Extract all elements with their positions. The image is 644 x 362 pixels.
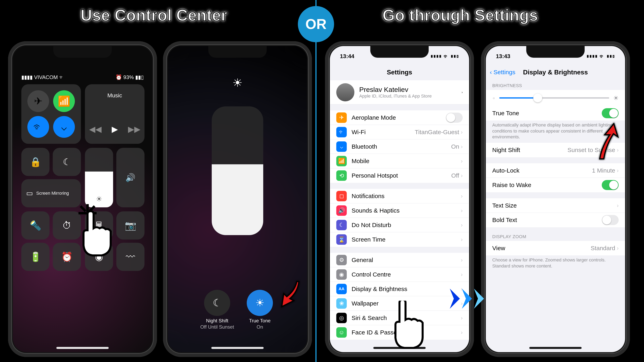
apple-id-row[interactable]: Preslav Kateliev Apple ID, iCloud, iTune…: [330, 80, 469, 104]
sound-icon: 〰: [126, 251, 135, 262]
brightness-fill: [212, 164, 263, 235]
row-label: Mobile: [352, 158, 461, 164]
row-icon: 📶: [336, 156, 347, 166]
row-icon: ⟲: [336, 170, 347, 181]
row-icon: ◻: [336, 191, 347, 201]
night-shift-row[interactable]: Night Shift Sunset to Sunrise ›: [486, 143, 625, 157]
music-play-icon[interactable]: ▶: [112, 124, 118, 134]
settings-row-control-centre[interactable]: ◉Control Centre›: [330, 267, 469, 282]
music-title: Music: [85, 92, 144, 99]
screen-mirroring-tile[interactable]: ▭ Screen Mirroring: [21, 179, 81, 207]
chevron-icon: ›: [462, 90, 463, 94]
do-not-disturb-tile[interactable]: ☾: [53, 148, 81, 176]
night-shift-button[interactable]: ☾: [204, 290, 230, 316]
true-tone-row[interactable]: True Tone: [486, 106, 625, 120]
settings-row-personal-hotspot[interactable]: ⟲Personal HotspotOff›: [330, 168, 469, 183]
row-icon: ᯤ: [336, 127, 347, 137]
volume-slider[interactable]: 🔊: [116, 148, 144, 207]
bold-toggle[interactable]: [602, 215, 619, 225]
brightness-slider[interactable]: ☀: [85, 148, 113, 207]
or-badge: OR: [298, 6, 334, 42]
flashlight-tile[interactable]: 🔦: [21, 211, 50, 240]
hearing-tile[interactable]: 〰: [116, 243, 144, 271]
settings-row-bluetooth[interactable]: ⌵BluetoothOn›: [330, 139, 469, 154]
row-icon: ⌵: [336, 141, 347, 152]
row-toggle[interactable]: [446, 113, 463, 123]
airplane-icon: ✈: [34, 95, 42, 107]
raise-toggle[interactable]: [602, 180, 619, 190]
screen-record-tile[interactable]: ◉: [85, 243, 113, 271]
slider-knob[interactable]: [533, 93, 542, 102]
alarm-tile[interactable]: ⏰: [53, 243, 81, 271]
true-tone-button[interactable]: ☀: [247, 290, 273, 316]
orientation-lock-tile[interactable]: 🔒: [21, 148, 50, 176]
music-pod[interactable]: Music ◀◀ ▶ ▶▶: [85, 84, 144, 144]
battery-icon: 🔋: [30, 251, 41, 262]
row-value: On: [451, 143, 459, 150]
row-label: Wallpaper: [352, 300, 461, 307]
low-power-tile[interactable]: 🔋: [21, 243, 50, 271]
camera-tile[interactable]: 📷: [116, 211, 144, 240]
back-button[interactable]: ‹ Settings: [490, 69, 516, 76]
wifi-toggle[interactable]: ᯤ: [27, 116, 49, 138]
raise-to-wake-row[interactable]: Raise to Wake: [486, 178, 625, 192]
moon-icon: ☾: [63, 156, 71, 167]
sun-small-icon: ☼: [492, 96, 495, 100]
bluetooth-icon: ⌵: [61, 121, 67, 133]
orientation-lock-icon: 🔒: [30, 156, 41, 167]
screen-mirroring-label: Screen Mirroring: [36, 191, 69, 196]
bluetooth-toggle[interactable]: ⌵: [53, 116, 75, 138]
settings-row-aeroplane-mode[interactable]: ✈Aeroplane Mode: [330, 110, 469, 125]
settings-row-sounds-haptics[interactable]: 🔊Sounds & Haptics›: [330, 203, 469, 218]
record-icon: ◉: [95, 251, 103, 262]
chevron-icon: ›: [461, 236, 463, 243]
settings-row-general[interactable]: ⚙General›: [330, 253, 469, 267]
chevron-icon: ›: [461, 158, 463, 164]
phone-brightness-expanded: ☀ ☾ ☀ Night Shift Off Until Sunset True …: [163, 41, 312, 357]
airplane-toggle[interactable]: ✈: [27, 90, 49, 112]
music-next-icon[interactable]: ▶▶: [128, 124, 140, 134]
chevron-icon: ›: [461, 271, 463, 278]
row-label: Screen Time: [352, 236, 461, 243]
settings-row-do-not-disturb[interactable]: ☾Do Not Disturb›: [330, 218, 469, 232]
settings-row-siri-search[interactable]: ◎Siri & Search›: [330, 311, 469, 325]
settings-row-wi-fi[interactable]: ᯤWi-FiTitanGate-Guest›: [330, 125, 469, 139]
row-label: Siri & Search: [352, 315, 461, 321]
row-label: Face ID & Passcode: [352, 329, 461, 336]
brightness-slider-large[interactable]: [212, 106, 263, 235]
connectivity-pod[interactable]: ✈ 📶 ᯤ ⌵: [21, 84, 81, 144]
status-time: 13:44: [340, 53, 354, 59]
notch: [370, 46, 429, 58]
auto-lock-row[interactable]: Auto-Lock 1 Minute ›: [486, 163, 625, 178]
status-icons: ▮▮▮▮ ᯤ ▮▮▯: [430, 53, 459, 60]
divider: [315, 0, 316, 362]
settings-row-mobile[interactable]: 📶Mobile›: [330, 154, 469, 168]
chevron-icon: ›: [617, 147, 619, 153]
settings-row-notifications[interactable]: ◻Notifications›: [330, 189, 469, 203]
flashlight-icon: 🔦: [30, 220, 41, 231]
timer-tile[interactable]: ⏱: [53, 211, 81, 240]
notch: [526, 46, 585, 58]
chevron-icon: ›: [617, 202, 619, 209]
view-row[interactable]: View Standard ›: [486, 241, 625, 255]
profile-subtitle: Apple ID, iCloud, iTunes & App Store: [359, 93, 432, 99]
text-size-row[interactable]: Text Size ›: [486, 198, 625, 213]
notch: [53, 46, 112, 58]
sun-large-icon: ☀: [613, 94, 619, 102]
true-tone-toggle[interactable]: [602, 108, 619, 118]
calculator-icon: 🖩: [94, 220, 104, 231]
bold-text-row[interactable]: Bold Text: [486, 213, 625, 227]
cellular-toggle[interactable]: 📶: [53, 90, 75, 112]
row-label: Wi-Fi: [352, 129, 415, 136]
home-indicator[interactable]: [56, 347, 109, 349]
settings-row-screen-time[interactable]: ⌛Screen Time›: [330, 232, 469, 247]
settings-row-face-id-passcode[interactable]: ☺Face ID & Passcode›: [330, 325, 469, 340]
music-prev-icon[interactable]: ◀◀: [89, 124, 102, 134]
calculator-tile[interactable]: 🖩: [85, 211, 113, 240]
avatar: [336, 83, 354, 101]
nav-bar: ‹ Settings Display & Brightness: [486, 64, 625, 80]
home-indicator[interactable]: [211, 347, 264, 349]
brightness-slider-row[interactable]: ☼ ☀: [486, 90, 625, 106]
home-indicator[interactable]: [529, 347, 582, 349]
home-indicator[interactable]: [373, 347, 426, 349]
